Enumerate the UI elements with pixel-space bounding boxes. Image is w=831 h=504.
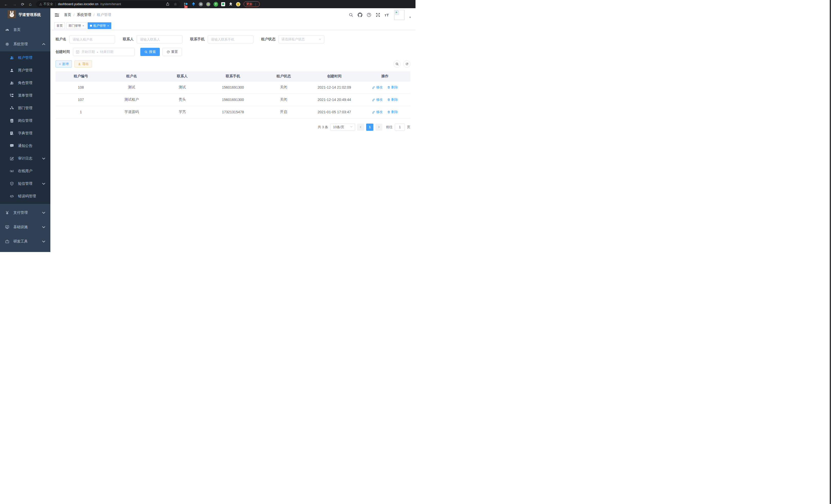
sidebar-item-label: 在线用户: [18, 169, 32, 173]
home-icon[interactable]: ⌂: [29, 2, 32, 6]
show-search-toggle-button[interactable]: [393, 60, 401, 67]
filter-row-1: 租户名 联系人 联系手机 租户状态 请选择租户状态: [56, 35, 410, 43]
reset-button[interactable]: 重置: [163, 48, 182, 56]
prev-page-button[interactable]: [357, 124, 364, 131]
header-search-icon[interactable]: [349, 12, 353, 17]
edit-link[interactable]: 修改: [372, 85, 382, 90]
sidebar-item-menu[interactable]: 菜单管理: [0, 89, 50, 102]
browser-menu-dots-icon[interactable]: ⋮: [254, 2, 257, 6]
online-users-icon: [10, 169, 14, 173]
sidebar-item-label: 基础设施: [13, 225, 28, 229]
sidebar-item-role[interactable]: 角色管理: [0, 77, 50, 89]
fullscreen-icon[interactable]: [376, 12, 380, 17]
create-time-range-picker[interactable]: 开始日期 - 结束日期: [73, 48, 135, 56]
share-icon[interactable]: [166, 2, 170, 6]
add-button[interactable]: + 新增: [56, 60, 72, 67]
page-number-1[interactable]: 1: [366, 124, 373, 131]
extension-dot-icon[interactable]: [206, 2, 211, 6]
help-icon[interactable]: [367, 12, 371, 17]
browser-update-button[interactable]: 更新 ⋮: [243, 1, 260, 7]
close-icon[interactable]: ×: [107, 24, 109, 27]
profile-avatar-icon[interactable]: [236, 2, 240, 6]
app-logo: [8, 10, 16, 19]
next-page-button[interactable]: [375, 124, 382, 131]
filter-row-2: 创建时间 开始日期 - 结束日期 搜索 重置: [56, 48, 410, 56]
delete-link[interactable]: 删除: [387, 97, 398, 102]
reload-icon[interactable]: ⟳: [21, 2, 24, 6]
extension-kite-icon[interactable]: [191, 2, 196, 6]
search-button[interactable]: 搜索: [140, 48, 160, 56]
page-content: 租户名 联系人 联系手机 租户状态 请选择租户状态: [50, 30, 416, 131]
extension-monkey-icon[interactable]: 10: [184, 2, 188, 6]
export-button[interactable]: 导出: [75, 60, 92, 67]
app-logo-row[interactable]: 芋道管理系统: [0, 8, 50, 21]
sidebar-item-user[interactable]: 用户管理: [0, 64, 50, 77]
sidebar-item-dict[interactable]: 字典管理: [0, 127, 50, 140]
start-date-placeholder[interactable]: 开始日期: [82, 50, 95, 54]
breadcrumb-section[interactable]: 系统管理: [77, 12, 91, 17]
address-bar[interactable]: ⚠ 不安全 dashboard.yudao.iocoder.cn/system/…: [36, 1, 180, 7]
edit-link[interactable]: 修改: [372, 97, 382, 102]
sidebar-item-tenant[interactable]: 租户管理: [0, 51, 50, 64]
sidebar-item-online-users[interactable]: 在线用户: [0, 165, 50, 177]
bookmark-star-icon[interactable]: ☆: [174, 2, 177, 6]
avatar-caret-icon[interactable]: ▼: [409, 16, 411, 19]
sidebar-item-label: 系统管理: [13, 42, 28, 47]
close-icon[interactable]: ×: [83, 24, 84, 27]
sidebar-item-dev-tools[interactable]: 研发工具: [0, 234, 50, 249]
chevron-left-icon: [359, 126, 362, 128]
column-mobile: 联系手机: [208, 71, 258, 81]
sidebar-item-audit-log[interactable]: 审计日志: [0, 152, 50, 165]
tenants-icon: [10, 56, 14, 60]
broken-image-icon: [395, 10, 399, 15]
tab-home[interactable]: 首页: [54, 22, 65, 29]
font-size-icon[interactable]: ᴛT: [385, 13, 389, 17]
sidebar-item-notice[interactable]: 通知公告: [0, 140, 50, 152]
tab-tenant[interactable]: 租户管理 ×: [88, 22, 111, 29]
refresh-table-button[interactable]: [403, 60, 410, 67]
trash-icon: [387, 111, 390, 114]
trash-icon: [387, 98, 390, 101]
sidebar-item-home[interactable]: 首页: [0, 23, 50, 37]
sidebar-item-sms[interactable]: 短信管理: [0, 177, 50, 190]
breadcrumb-home[interactable]: 首页: [64, 12, 71, 17]
audit-log-icon: [10, 156, 14, 160]
cell-tenant-name: 测试: [106, 81, 157, 93]
monitor-icon: [5, 225, 9, 229]
extension-y-icon[interactable]: Y: [213, 2, 218, 6]
security-status[interactable]: ⚠ 不安全: [39, 2, 53, 6]
back-icon[interactable]: ←: [4, 2, 8, 6]
user-avatar[interactable]: [394, 10, 404, 20]
table-header-row: 租户编号 租户名 联系人 联系手机 租户状态 创建时间 操作: [56, 71, 410, 81]
sidebar-item-infra[interactable]: 基础设施: [0, 220, 50, 234]
sidebar-item-system[interactable]: 系统管理: [0, 37, 50, 51]
cell-created: 2021-01-05 17:03:47: [309, 106, 360, 118]
pencil-icon: [372, 86, 375, 89]
sidebar-item-post[interactable]: 岗位管理: [0, 114, 50, 127]
chevron-right-icon: [377, 126, 380, 128]
delete-link[interactable]: 删除: [387, 85, 398, 90]
sidebar-item-label: 错误码管理: [18, 194, 36, 199]
tab-dept[interactable]: 部门管理 ×: [66, 22, 86, 29]
extensions-puzzle-icon[interactable]: [228, 2, 233, 6]
sidebar-item-dept[interactable]: 部门管理: [0, 102, 50, 114]
sidebar-toggle-icon[interactable]: [55, 12, 59, 18]
sidebar-item-label: 研发工具: [13, 239, 28, 244]
goto-page-input[interactable]: [395, 124, 405, 131]
mobile-input[interactable]: [208, 35, 253, 43]
forward-icon[interactable]: →: [12, 2, 17, 6]
page-size-select[interactable]: 10条/页: [330, 124, 355, 131]
refresh-icon: [405, 62, 408, 66]
status-select[interactable]: 请选择租户状态: [279, 35, 324, 43]
tenant-name-input[interactable]: [69, 35, 115, 43]
github-icon[interactable]: [358, 12, 362, 17]
sidebar-item-payment[interactable]: 支付管理: [0, 206, 50, 220]
end-date-placeholder[interactable]: 结束日期: [100, 50, 113, 54]
extension-command-icon[interactable]: ⌘: [199, 2, 203, 6]
delete-link[interactable]: 删除: [387, 110, 398, 114]
contact-input[interactable]: [137, 35, 182, 43]
extension-chat-icon[interactable]: [221, 2, 226, 6]
edit-link[interactable]: 修改: [372, 110, 382, 114]
extension-badge: 10: [184, 6, 188, 8]
sidebar-item-error-code[interactable]: 错误码管理: [0, 190, 50, 202]
